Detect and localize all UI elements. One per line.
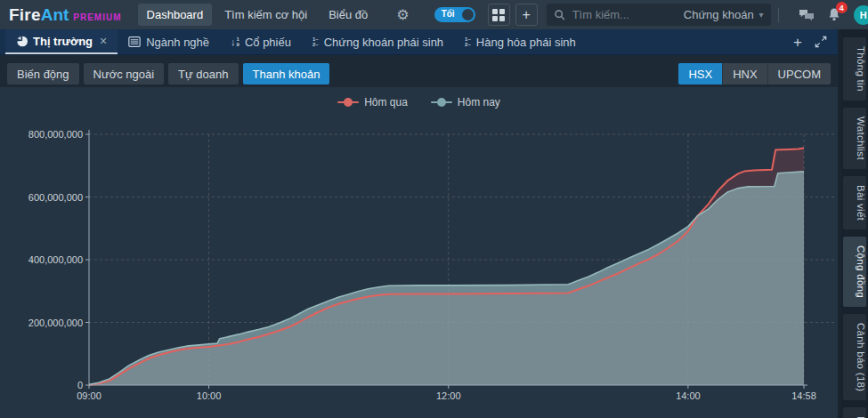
- chevron-down-icon[interactable]: ▾: [759, 10, 764, 20]
- exchange-selector: HSX HNX UPCOM: [678, 63, 831, 84]
- toggle-knob-icon: [462, 9, 474, 20]
- rail-bai-viet[interactable]: Bài viết: [843, 176, 866, 229]
- search-category-select[interactable]: Chứng khoán: [684, 8, 754, 21]
- svg-text:600,000,000: 600,000,000: [28, 192, 83, 203]
- svg-text:800,000,000: 800,000,000: [28, 129, 83, 140]
- legend-hom-nay[interactable]: Hôm nay: [431, 96, 500, 109]
- svg-text:200,000,000: 200,000,000: [28, 318, 83, 328]
- pie-chart-icon: [16, 36, 28, 47]
- filter-thanh-khoan[interactable]: Thanh khoản: [243, 63, 330, 84]
- tab-label: Ngành nghề: [146, 36, 209, 49]
- search-icon: [554, 9, 566, 21]
- rail-watchlist[interactable]: Watchlist: [843, 108, 866, 169]
- nav-bieu-do[interactable]: Biểu đồ: [320, 4, 377, 26]
- search-input[interactable]: [572, 8, 684, 21]
- tab-label: Thị trường: [33, 35, 93, 48]
- fireant-logo[interactable]: FireAnt PREMIUM: [9, 5, 122, 25]
- rail-thong-tin[interactable]: Thông tin: [843, 37, 866, 100]
- dark-theme-toggle[interactable]: Tối: [434, 7, 475, 22]
- svg-text:12:00: 12:00: [436, 390, 461, 401]
- liquidity-area-chart: 0200,000,000400,000,000600,000,000800,00…: [0, 87, 838, 418]
- logo-premium-badge: PREMIUM: [73, 12, 121, 22]
- svg-text:14:00: 14:00: [676, 390, 701, 401]
- fireant-app: FireAnt PREMIUM Dashboard Tìm kiếm cơ hộ…: [0, 0, 868, 418]
- filter-bien-dong[interactable]: Biến động: [7, 63, 79, 84]
- legend-hom-qua[interactable]: Hôm qua: [337, 96, 408, 109]
- filter-nuoc-ngoai[interactable]: Nước ngoài: [84, 63, 165, 84]
- logo-ant: Ant: [41, 5, 69, 25]
- add-tab-button[interactable]: +: [793, 35, 802, 50]
- exchange-hnx[interactable]: HNX: [722, 63, 767, 84]
- svg-text:0: 0: [77, 380, 83, 390]
- nav-dashboard[interactable]: Dashboard: [138, 4, 213, 26]
- exchange-upcom[interactable]: UPCOM: [767, 63, 831, 84]
- tab-label: Chứng khoán phái sinh: [324, 36, 443, 49]
- svg-text:10:00: 10:00: [197, 390, 222, 401]
- logo-fire: Fire: [9, 5, 41, 25]
- search-box[interactable]: Chứng khoán ▾: [547, 4, 771, 26]
- plus-icon: +: [522, 8, 530, 22]
- svg-text:400,000,000: 400,000,000: [28, 254, 83, 265]
- grid-icon: [492, 9, 505, 21]
- svg-text:09:00: 09:00: [77, 390, 101, 401]
- tab-co-phieu[interactable]: ↓ 19 Cổ phiếu: [220, 29, 302, 54]
- svg-text:14:58: 14:58: [791, 390, 816, 401]
- tab-thi-truong[interactable]: Thị trường ×: [5, 29, 118, 54]
- avatar[interactable]: H: [854, 5, 868, 25]
- theme-toggle-label: Tối: [442, 9, 455, 19]
- layout-grid-button[interactable]: [488, 4, 510, 26]
- rail-kien-thuc[interactable]: Kiến thức: [843, 407, 866, 418]
- tab-nganh-nghe[interactable]: Ngành nghề: [118, 29, 220, 54]
- collapse-icon[interactable]: [815, 36, 827, 48]
- legend-label: Hôm nay: [458, 96, 500, 109]
- tabbar-actions: +: [793, 29, 838, 54]
- top-bar: FireAnt PREMIUM Dashboard Tìm kiếm cơ hộ…: [0, 0, 868, 29]
- rail-canh-bao[interactable]: Cảnh báo (18): [843, 314, 866, 400]
- chart-legend: Hôm qua Hôm nay: [0, 96, 838, 109]
- notification-badge: 4: [836, 2, 848, 13]
- tab-hang-hoa-phai-sinh[interactable]: 1–2– Hàng hóa phái sinh: [454, 29, 587, 54]
- tab-chung-khoan-phai-sinh[interactable]: 1–2– Chứng khoán phái sinh: [302, 29, 454, 54]
- chat-icon: [799, 8, 815, 22]
- list-icon: [128, 36, 141, 47]
- topbar-right-cluster: 4 H HậuHH: [771, 5, 868, 25]
- exchange-hsx[interactable]: HSX: [678, 63, 722, 84]
- tab-label: Hàng hóa phái sinh: [476, 36, 576, 49]
- numbered-list-icon: 1–2–: [312, 36, 319, 47]
- add-widget-button[interactable]: +: [515, 4, 538, 26]
- legend-marker-hom-nay: [431, 98, 452, 107]
- divider: [778, 8, 779, 22]
- filter-tu-doanh[interactable]: Tự doanh: [168, 63, 238, 84]
- sort-numeric-icon: ↓ 19: [231, 36, 239, 47]
- close-icon[interactable]: ×: [100, 34, 107, 48]
- filter-bar: Biến động Nước ngoài Tự doanh Thanh khoả…: [0, 55, 838, 87]
- messages-button[interactable]: [799, 8, 815, 22]
- nav-tim-kiem-co-hoi[interactable]: Tìm kiếm cơ hội: [215, 4, 316, 26]
- tab-label: Cổ phiếu: [245, 36, 291, 49]
- liquidity-chart-panel: 0200,000,000400,000,000600,000,000800,00…: [0, 87, 838, 418]
- notifications-button[interactable]: 4: [827, 7, 841, 22]
- rail-cong-dong[interactable]: Cộng đồng: [843, 237, 866, 307]
- right-side-rail: Thông tin Watchlist Bài viết Cộng đồng C…: [841, 29, 868, 418]
- legend-marker-hom-qua: [337, 98, 359, 107]
- gear-icon[interactable]: ⚙: [393, 6, 412, 23]
- legend-label: Hôm qua: [364, 96, 408, 109]
- numbered-list-icon: 1–2–: [465, 36, 471, 47]
- workspace-tab-bar: Thị trường × Ngành nghề ↓ 19 Cổ phiếu: [0, 29, 838, 55]
